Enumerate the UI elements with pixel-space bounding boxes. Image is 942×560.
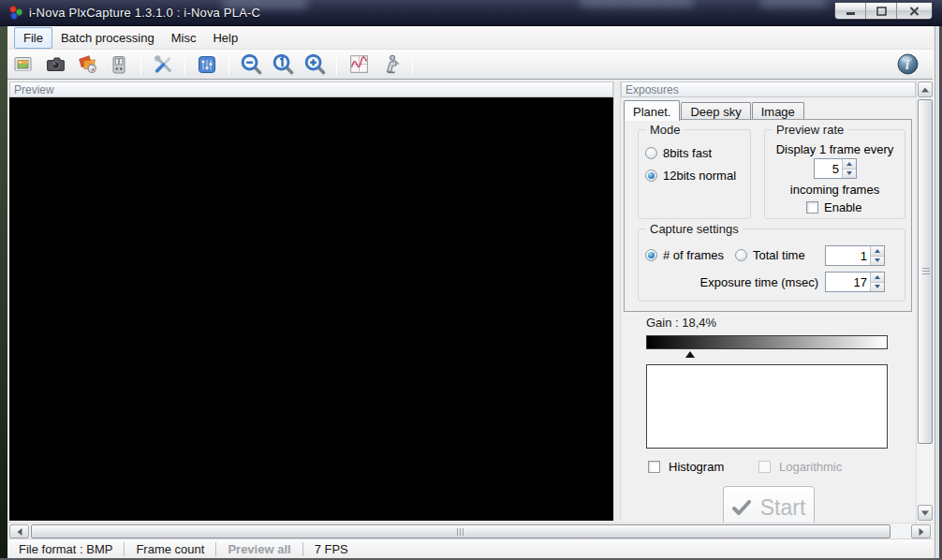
zoom-actual-icon xyxy=(271,52,296,77)
color-adjust-button[interactable] xyxy=(73,52,101,78)
tab-planet[interactable]: Planet. xyxy=(624,100,680,121)
preview-rate-spin-up[interactable] xyxy=(843,159,856,169)
glass-reflection xyxy=(760,0,826,7)
preview-rate-input[interactable] xyxy=(815,159,842,178)
scroll-down-button[interactable] xyxy=(918,505,933,521)
toolbar-separator xyxy=(184,53,185,76)
start-button-label: Start xyxy=(760,495,806,521)
panel-splitter[interactable] xyxy=(613,81,621,521)
maximize-button[interactable] xyxy=(866,3,897,19)
control-panel-button[interactable] xyxy=(193,52,221,78)
scroll-right-button[interactable] xyxy=(911,524,931,538)
main-area: Preview Exposures Planet. Deep sky Image… xyxy=(7,80,933,523)
tools-button[interactable] xyxy=(149,52,177,78)
status-preview-all: Preview all xyxy=(216,542,302,556)
histogram-curve-button[interactable] xyxy=(345,52,373,78)
device-control-button[interactable] xyxy=(105,52,133,78)
menu-batch-processing[interactable]: Batch processing xyxy=(52,28,163,48)
capture-settings-group-label: Capture settings xyxy=(646,222,743,236)
zoom-out-icon xyxy=(239,52,264,77)
frame-count-spinner xyxy=(825,245,885,266)
tools-icon xyxy=(152,52,175,76)
radio-8bits-fast-label[interactable]: 8bits fast xyxy=(663,146,712,160)
camera-icon xyxy=(44,52,67,76)
zoom-out-button[interactable] xyxy=(237,52,265,78)
exposure-time-spinner xyxy=(825,272,885,292)
autoguider-icon xyxy=(379,52,403,76)
tab-deep-sky[interactable]: Deep sky xyxy=(681,102,750,120)
enable-checkbox-label[interactable]: Enable xyxy=(824,200,861,214)
exposure-time-input[interactable] xyxy=(826,273,870,291)
info-button[interactable]: i xyxy=(895,52,920,77)
window-border-left xyxy=(0,26,7,560)
window-title: i-Nova PlxCapture 1.3.1.0 : i-Nova PLA-C xyxy=(29,6,260,20)
vertical-scrollbar[interactable] xyxy=(916,80,933,523)
minimize-button[interactable] xyxy=(835,3,866,19)
camera-button[interactable] xyxy=(41,52,69,78)
radio-num-frames-label[interactable]: # of frames xyxy=(663,248,724,262)
window-border-right xyxy=(935,26,942,560)
frame-count-spin-up[interactable] xyxy=(871,246,884,257)
frame-count-spin-down[interactable] xyxy=(871,257,884,266)
preview-rate-line2: incoming frames xyxy=(765,183,905,197)
minimize-icon xyxy=(846,7,856,16)
enable-checkbox[interactable] xyxy=(806,201,818,214)
frame-count-input[interactable] xyxy=(826,246,870,265)
status-frame-count: Frame count xyxy=(125,542,215,556)
status-fps: 7 FPS xyxy=(303,542,360,556)
tab-image[interactable]: Image xyxy=(752,102,804,120)
zoom-in-button[interactable] xyxy=(301,52,329,78)
histogram-checkbox[interactable] xyxy=(648,461,660,473)
open-image-icon xyxy=(12,53,35,76)
control-panel-icon xyxy=(196,53,218,76)
start-button[interactable]: Start xyxy=(723,486,815,523)
app-icon xyxy=(7,5,23,21)
gain-slider[interactable] xyxy=(646,335,888,349)
radio-total-time[interactable] xyxy=(735,249,747,261)
close-icon xyxy=(909,7,920,16)
menu-misc[interactable]: Misc xyxy=(163,28,205,48)
radio-total-time-label[interactable]: Total time xyxy=(753,248,805,262)
preview-rate-spin-down[interactable] xyxy=(843,169,856,179)
exposure-time-label: Exposure time (msec) xyxy=(639,275,818,289)
capture-settings-group: Capture settings # of frames Total time … xyxy=(638,228,905,302)
toolbar-separator xyxy=(140,53,141,76)
scroll-left-button[interactable] xyxy=(9,524,29,538)
preview-panel-title: Preview xyxy=(14,83,54,96)
toolbar-separator xyxy=(412,53,413,76)
histogram-checkbox-label[interactable]: Histogram xyxy=(669,460,724,474)
radio-12bits-normal[interactable] xyxy=(645,169,657,182)
gain-marker[interactable] xyxy=(685,351,695,358)
zoom-in-icon xyxy=(302,52,328,77)
exposure-time-spin-down[interactable] xyxy=(871,283,884,292)
gain-slider-track xyxy=(646,350,888,359)
open-image-button[interactable] xyxy=(9,52,37,78)
menu-bar: File Batch processing Misc Help xyxy=(7,26,933,49)
exposure-time-spin-up[interactable] xyxy=(871,273,884,283)
scroll-grip xyxy=(457,528,464,536)
toolbar-separator xyxy=(336,53,337,76)
radio-num-frames[interactable] xyxy=(645,249,657,261)
radio-8bits-fast[interactable] xyxy=(645,147,657,159)
preview-panel-header: Preview xyxy=(9,81,613,97)
scroll-up-button[interactable] xyxy=(918,81,933,97)
gain-label: Gain : 18,4% xyxy=(646,316,716,330)
autoguider-button[interactable] xyxy=(376,52,405,78)
radio-12bits-normal-label[interactable]: 12bits normal xyxy=(663,169,736,183)
window-controls xyxy=(834,2,933,20)
vertical-scroll-thumb[interactable] xyxy=(918,99,933,444)
horizontal-scroll-thumb[interactable] xyxy=(31,524,890,538)
title-bar: i-Nova PlxCapture 1.3.1.0 : i-Nova PLA-C xyxy=(0,0,942,26)
menu-file[interactable]: File xyxy=(14,27,52,49)
menu-help[interactable]: Help xyxy=(204,28,246,48)
close-button[interactable] xyxy=(897,3,932,19)
exposures-tabs: Planet. Deep sky Image xyxy=(624,99,805,120)
status-bar: File format : BMP Frame count Preview al… xyxy=(7,538,933,558)
toolbar: i xyxy=(7,49,933,80)
exposures-panel-title: Exposures xyxy=(626,83,679,96)
horizontal-scrollbar[interactable] xyxy=(7,523,933,538)
histogram-display xyxy=(646,364,888,449)
app-window: i-Nova PlxCapture 1.3.1.0 : i-Nova PLA-C… xyxy=(0,0,942,560)
mode-group-label: Mode xyxy=(646,123,684,137)
zoom-actual-button[interactable] xyxy=(269,52,297,78)
